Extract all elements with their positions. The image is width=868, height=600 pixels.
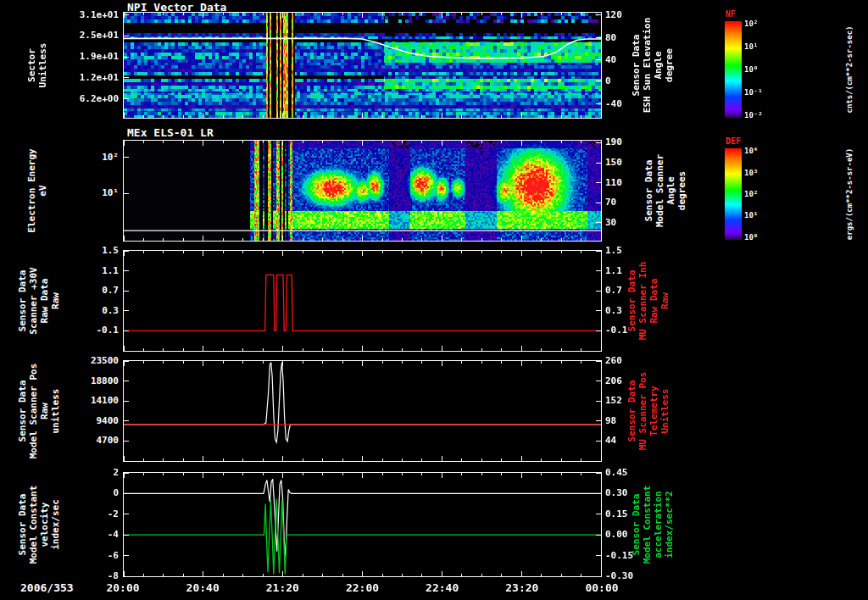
tick-mark bbox=[322, 238, 323, 241]
tick-mark bbox=[203, 473, 203, 478]
tick-mark bbox=[143, 574, 144, 576]
y-tick-label: 9400 bbox=[97, 414, 120, 425]
tick-mark bbox=[223, 458, 224, 461]
tick-mark bbox=[124, 401, 129, 402]
tick-mark bbox=[124, 535, 129, 536]
tick-mark bbox=[442, 456, 442, 461]
panel5-right-axis-label: Sensor Data Model Constant acceleration … bbox=[631, 486, 675, 564]
tick-mark bbox=[242, 141, 243, 143]
tick-mark bbox=[596, 59, 601, 60]
y-tick-label: 0.30 bbox=[605, 487, 628, 498]
tick-mark bbox=[541, 141, 542, 143]
tick-mark bbox=[223, 115, 224, 118]
tick-mark bbox=[521, 473, 522, 478]
tick-mark bbox=[183, 141, 184, 143]
tick-mark bbox=[282, 236, 283, 241]
y-tick-label: 14100 bbox=[91, 395, 119, 406]
tick-mark bbox=[223, 141, 224, 143]
panel3-left-tick-labels: 1.51.10.70.3-0.1 bbox=[59, 250, 119, 352]
y-tick-label: 2 bbox=[113, 467, 119, 478]
colorbar-tick-label: 10² bbox=[744, 19, 758, 28]
tick-mark bbox=[501, 238, 502, 241]
tick-mark bbox=[521, 571, 522, 576]
tick-mark bbox=[322, 115, 323, 118]
panel3-right-axis-label: Sensor Data MU Scanner Inh Raw Data Raw bbox=[626, 262, 670, 341]
tick-mark bbox=[601, 456, 602, 461]
tick-mark bbox=[561, 141, 562, 143]
tick-mark bbox=[124, 331, 129, 331]
y-tick-label: 1.5 bbox=[102, 245, 119, 256]
y-tick-label: 40 bbox=[605, 53, 616, 64]
y-tick-label: 23500 bbox=[91, 355, 119, 366]
tick-mark bbox=[402, 115, 403, 118]
tick-mark bbox=[263, 458, 264, 461]
colorbar-tick-label: 10³ bbox=[744, 169, 758, 177]
tick-mark bbox=[143, 238, 144, 241]
tick-mark bbox=[596, 401, 601, 402]
tick-mark bbox=[282, 141, 283, 146]
tick-mark bbox=[461, 574, 462, 576]
scanner-30v-panel bbox=[123, 250, 602, 352]
tick-mark bbox=[282, 361, 283, 366]
tick-mark bbox=[521, 236, 522, 241]
tick-mark bbox=[183, 251, 184, 253]
tick-mark bbox=[581, 141, 581, 143]
tick-mark bbox=[303, 473, 303, 475]
tick-mark bbox=[263, 13, 264, 15]
tick-mark bbox=[303, 251, 303, 253]
tick-mark bbox=[561, 251, 562, 253]
tick-mark bbox=[342, 361, 343, 364]
tick-mark bbox=[322, 141, 323, 143]
y-tick-label: -4 bbox=[108, 529, 119, 540]
x-tick-label: 00:00 bbox=[585, 581, 618, 594]
npi-spectrogram-panel bbox=[123, 12, 602, 119]
tick-mark bbox=[382, 348, 383, 351]
tick-mark bbox=[303, 361, 303, 364]
tick-mark bbox=[601, 113, 602, 118]
tick-mark bbox=[596, 381, 601, 381]
tick-mark bbox=[342, 115, 343, 118]
y-tick-label: 3.1e+01 bbox=[80, 8, 119, 19]
tick-mark bbox=[481, 251, 482, 253]
tick-mark bbox=[282, 13, 283, 18]
tick-mark bbox=[481, 238, 482, 241]
tick-mark bbox=[481, 348, 482, 351]
tick-mark bbox=[124, 14, 129, 15]
els-overlay-lines bbox=[124, 141, 601, 241]
nf-colorbar-unit-label: cnts/(cm**2-sr-sec) bbox=[845, 26, 854, 114]
tick-mark bbox=[521, 456, 522, 461]
panel1-left-axis-label: Sector Unitless bbox=[26, 43, 48, 88]
tick-mark bbox=[596, 473, 601, 474]
tick-mark bbox=[242, 251, 243, 253]
x-tick-label: 23:20 bbox=[505, 581, 538, 594]
x-tick-label: 22:40 bbox=[426, 581, 459, 594]
tick-mark bbox=[461, 238, 462, 241]
tick-mark bbox=[242, 458, 243, 461]
tick-mark bbox=[322, 473, 323, 475]
mu-scanner-inh-raw-line bbox=[124, 275, 601, 331]
y-tick-label: 30 bbox=[605, 216, 616, 227]
def-colorbar-tick-labels: 10⁴10³10²10¹10⁰ bbox=[744, 148, 775, 240]
nf-colorbar bbox=[725, 21, 742, 118]
tick-mark bbox=[223, 348, 224, 351]
y-tick-label: 80 bbox=[605, 31, 616, 42]
esh-sun-elevation-line bbox=[124, 38, 601, 58]
tick-mark bbox=[561, 473, 562, 475]
panel1-left-tick-labels: 3.1e+012.5e+011.9e+011.2e+016.2e+00 bbox=[59, 12, 119, 119]
tick-mark bbox=[521, 141, 522, 146]
tick-mark bbox=[124, 456, 125, 461]
y-tick-label: 1.1 bbox=[605, 264, 622, 275]
tick-mark bbox=[124, 310, 129, 311]
tick-mark bbox=[124, 113, 125, 118]
tick-mark bbox=[124, 251, 125, 256]
tick-mark bbox=[282, 473, 283, 478]
tick-mark bbox=[596, 420, 601, 421]
tick-mark bbox=[263, 141, 264, 143]
panel5-left-tick-labels: 20-2-4-6-8 bbox=[59, 472, 119, 577]
tick-mark bbox=[124, 270, 129, 271]
tick-mark bbox=[322, 458, 323, 461]
tick-mark bbox=[203, 13, 203, 18]
tick-mark bbox=[282, 456, 283, 461]
tick-mark bbox=[143, 251, 144, 253]
tick-mark bbox=[442, 236, 442, 241]
